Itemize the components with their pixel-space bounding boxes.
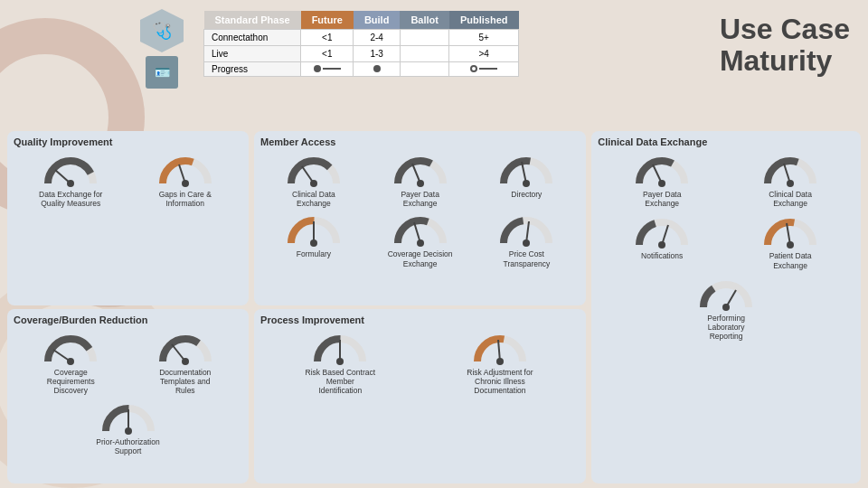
gauge-risk-based-contract: Risk Based Contract Member Identificatio…	[305, 330, 375, 396]
card-clinical: Clinical Data Exchange Payer Data Exchan…	[591, 131, 861, 483]
svg-point-29	[787, 180, 794, 187]
gauge-clinical-patient: Patient Data Exchange	[755, 213, 826, 269]
svg-point-5	[67, 358, 74, 365]
quality-gauges: Data Exchange for Quality Measures Gaps …	[14, 152, 242, 208]
col-header-future: Future	[301, 11, 354, 30]
svg-point-11	[310, 180, 317, 187]
card-process: Process Improvement Risk Based Contract …	[254, 309, 586, 483]
card-coverage-title: Coverage/Burden Reduction	[14, 314, 242, 325]
gauge-price-cost: Price Cost Transparency	[491, 211, 561, 267]
col-header-build: Build	[354, 11, 401, 30]
process-gauges: Risk Based Contract Member Identificatio…	[260, 330, 580, 396]
col-header-ballot: Ballot	[400, 11, 449, 30]
gauge-coverage-decision: Coverage Decision Exchange	[385, 211, 456, 267]
gauge-data-exchange-quality: Data Exchange for Quality Measures	[35, 152, 106, 208]
svg-point-19	[417, 239, 424, 247]
gauge-clinical-data-ex: Clinical Data Exchange	[278, 152, 349, 208]
coverage-gauges-top: Coverage Requirements Discovery Document…	[14, 330, 242, 396]
svg-point-3	[182, 180, 189, 187]
gauge-prior-auth: Prior-Authorization Support	[93, 399, 164, 455]
gauge-gaps-care: Gaps in Care & Information	[150, 152, 221, 208]
gauge-clinical-payer: Payer Data Exchange	[627, 152, 697, 208]
card-coverage: Coverage/Burden Reduction Coverage Requi…	[7, 309, 249, 483]
progress-future	[314, 65, 341, 72]
svg-point-9	[125, 427, 132, 435]
page-title: Use Case Maturity	[720, 14, 850, 77]
card-member-title: Member Access	[260, 136, 580, 147]
svg-point-33	[787, 241, 794, 249]
table-row-connectathon: Connectathon <1 2-4 5+	[204, 30, 519, 46]
svg-point-25	[496, 358, 504, 365]
col-header-published: Published	[449, 11, 519, 30]
maturity-table-container: Standard Phase Future Build Ballot Publi…	[194, 11, 519, 77]
clinical-gauges-mid: Notifications Patient Data Exchange	[598, 213, 854, 269]
svg-point-23	[336, 358, 344, 365]
svg-point-27	[658, 180, 665, 187]
table-row-live: Live <1 1-3 >4	[204, 46, 519, 62]
middle-col: Member Access Clinical Data Exchange	[254, 131, 586, 483]
stethoscope-icon: 🩺	[140, 9, 184, 52]
card-process-title: Process Improvement	[260, 314, 580, 325]
svg-point-31	[658, 241, 665, 249]
left-col: Quality Improvement Data Exchange for Qu…	[7, 131, 249, 483]
gauge-directory: Directory	[491, 152, 561, 208]
gauge-coverage-req: Coverage Requirements Discovery	[35, 330, 106, 396]
gauge-risk-adj-chronic: Risk Adjustment for Chronic Illness Docu…	[465, 330, 535, 396]
main-container: 🩺 🪪 Use Case Maturity Standard Phase Fut…	[0, 0, 868, 488]
col-header-phase: Standard Phase	[204, 11, 301, 30]
svg-point-1	[67, 180, 74, 187]
member-gauges-bot: Formulary Coverage Decision Exchange	[260, 211, 580, 267]
svg-point-35	[722, 304, 730, 311]
svg-point-7	[182, 358, 189, 365]
card-member: Member Access Clinical Data Exchange	[254, 131, 586, 305]
progress-build	[373, 65, 381, 72]
clinical-gauges-top: Payer Data Exchange Clinical Data Exchan…	[598, 152, 854, 208]
coverage-gauges-bot: Prior-Authorization Support	[14, 399, 242, 455]
clinical-gauges-bot: Performing Laboratory Reporting	[598, 276, 854, 342]
gauge-clinical-notif: Notifications	[627, 213, 697, 269]
title-area: Use Case Maturity	[720, 14, 850, 77]
svg-point-17	[310, 239, 317, 247]
progress-published	[470, 65, 497, 72]
id-badge-icon: 🪪	[146, 56, 178, 89]
card-quality: Quality Improvement Data Exchange for Qu…	[7, 131, 249, 305]
gauge-clinical-cde: Clinical Data Exchange	[755, 152, 826, 208]
gauge-doc-templates: Documentation Templates and Rules	[150, 330, 221, 396]
svg-point-15	[523, 180, 530, 187]
svg-point-13	[417, 180, 424, 187]
icon-area: 🩺 🪪	[140, 9, 184, 89]
gauge-clinical-lab: Performing Laboratory Reporting	[691, 276, 761, 342]
maturity-table: Standard Phase Future Build Ballot Publi…	[203, 11, 519, 77]
gauge-formulary: Formulary	[278, 211, 349, 267]
card-clinical-title: Clinical Data Exchange	[598, 136, 854, 147]
gauge-payer-data-ex: Payer Data Exchange	[385, 152, 456, 208]
cards-area: Quality Improvement Data Exchange for Qu…	[7, 131, 861, 483]
member-gauges-top: Clinical Data Exchange Payer Data Exchan…	[260, 152, 580, 208]
table-row-progress: Progress	[204, 62, 519, 77]
svg-point-21	[523, 239, 530, 247]
card-quality-title: Quality Improvement	[14, 136, 242, 147]
